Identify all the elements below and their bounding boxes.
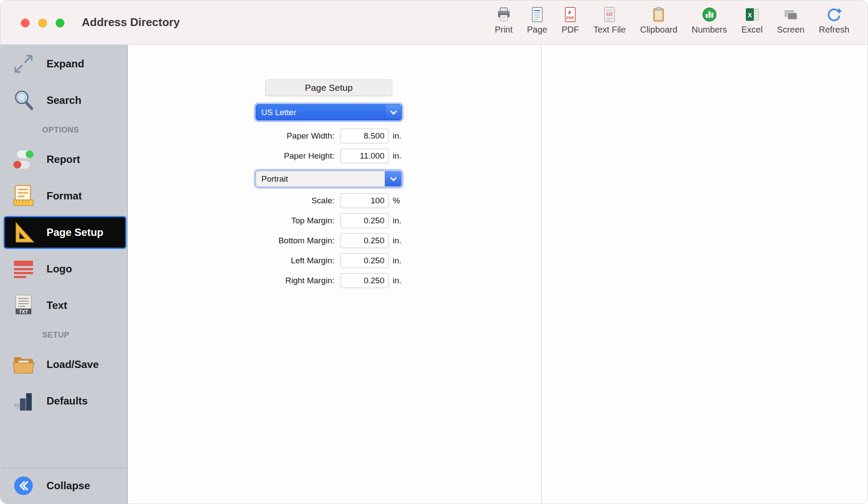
svg-text:TXT: TXT bbox=[606, 13, 613, 17]
scale-input[interactable] bbox=[341, 193, 389, 208]
clipboard-button[interactable]: Clipboard bbox=[640, 7, 678, 35]
window-title: Address Directory bbox=[82, 16, 180, 29]
left-margin-input[interactable] bbox=[341, 253, 389, 268]
numbers-icon bbox=[701, 7, 718, 23]
page-icon bbox=[529, 7, 545, 23]
format-icon bbox=[8, 184, 39, 208]
numbers-button[interactable]: Numbers bbox=[692, 7, 727, 35]
txt-file-icon: TXT bbox=[8, 293, 39, 318]
toolbar: Print Page bbox=[495, 7, 868, 39]
sidebar-item-label: Format bbox=[47, 190, 82, 202]
sidebar: Expand Search OPTIONS bbox=[0, 45, 128, 504]
app-window: Address Directory Print bbox=[0, 0, 868, 504]
traffic-lights bbox=[0, 19, 64, 27]
toggles-icon bbox=[8, 147, 39, 172]
bottom-margin-input[interactable] bbox=[341, 233, 389, 248]
top-margin-row: Top Margin: in. bbox=[256, 213, 447, 228]
sidebar-item-expand[interactable]: Expand bbox=[0, 46, 127, 82]
bottom-margin-label: Bottom Margin: bbox=[256, 236, 334, 245]
text-file-icon: TXT bbox=[601, 7, 618, 23]
paper-height-row: Paper Height: in. bbox=[256, 149, 447, 163]
sidebar-item-defaults[interactable]: Defaults bbox=[0, 383, 127, 419]
screen-icon bbox=[783, 7, 799, 23]
minimize-button[interactable] bbox=[38, 19, 47, 27]
folder-icon bbox=[8, 352, 39, 377]
sidebar-item-logo[interactable]: Logo bbox=[0, 251, 127, 287]
scale-label: Scale: bbox=[256, 196, 334, 206]
toolbar-label: Text File bbox=[593, 25, 625, 35]
clipboard-icon bbox=[651, 7, 667, 23]
titlebar: Address Directory Print bbox=[0, 0, 868, 45]
page-setup-header-button[interactable]: Page Setup bbox=[265, 80, 392, 96]
content-area: Expand Search OPTIONS bbox=[0, 45, 868, 504]
page-button[interactable]: Page bbox=[527, 7, 548, 35]
refresh-icon bbox=[826, 7, 842, 23]
toolbar-label: Page bbox=[527, 25, 548, 35]
expand-icon bbox=[8, 52, 39, 76]
chevron-down-icon[interactable] bbox=[385, 105, 401, 120]
vertical-divider bbox=[541, 45, 541, 504]
sidebar-item-page-setup[interactable]: Page Setup bbox=[3, 216, 127, 249]
svg-text:TXT: TXT bbox=[19, 309, 28, 314]
paper-width-label: Paper Width: bbox=[256, 131, 334, 141]
orientation-value: Portrait bbox=[256, 174, 385, 184]
paper-width-unit: in. bbox=[393, 131, 401, 141]
main-panel: Page Setup US Letter Paper Width: in. bbox=[128, 45, 868, 504]
sidebar-section-setup: SETUP bbox=[0, 324, 127, 346]
text-file-button[interactable]: TXT Text File bbox=[593, 7, 625, 35]
right-margin-row: Right Margin: in. bbox=[256, 273, 447, 288]
sidebar-item-page-setup-slot: Page Setup bbox=[0, 214, 127, 251]
excel-button[interactable]: X Excel bbox=[741, 7, 763, 35]
chevron-down-icon[interactable] bbox=[385, 171, 401, 186]
sidebar-section-options: OPTIONS bbox=[0, 119, 127, 141]
orientation-select[interactable]: Portrait bbox=[256, 171, 402, 187]
sidebar-item-collapse[interactable]: Collapse bbox=[0, 468, 127, 504]
toolbar-label: Clipboard bbox=[640, 25, 678, 35]
sidebar-item-label: Expand bbox=[47, 58, 84, 70]
sidebar-item-label: Logo bbox=[47, 263, 72, 275]
pdf-icon: PDF bbox=[562, 7, 578, 23]
print-button[interactable]: Print bbox=[495, 7, 513, 35]
pdf-button[interactable]: PDF PDF bbox=[561, 7, 579, 35]
sidebar-item-search[interactable]: Search bbox=[0, 82, 127, 119]
search-icon bbox=[8, 88, 39, 113]
paper-height-unit: in. bbox=[393, 151, 401, 161]
paper-width-row: Paper Width: in. bbox=[256, 129, 447, 143]
zoom-button[interactable] bbox=[56, 19, 64, 27]
toolbar-label: PDF bbox=[561, 25, 579, 35]
toolbar-label: Screen bbox=[777, 25, 805, 35]
paper-height-input[interactable] bbox=[341, 149, 389, 163]
bar-chart-icon bbox=[8, 389, 39, 413]
sidebar-item-label: Load/Save bbox=[47, 358, 99, 371]
scale-unit: % bbox=[393, 196, 400, 206]
sidebar-item-format[interactable]: Format bbox=[0, 178, 127, 214]
right-margin-input[interactable] bbox=[341, 273, 389, 288]
collapse-icon bbox=[8, 475, 39, 497]
toolbar-label: Print bbox=[495, 25, 513, 35]
paper-size-select[interactable]: US Letter bbox=[256, 104, 402, 120]
sidebar-item-label: Collapse bbox=[47, 480, 90, 492]
refresh-button[interactable]: Refresh bbox=[819, 7, 849, 35]
sidebar-item-label: Page Setup bbox=[47, 226, 103, 239]
left-margin-row: Left Margin: in. bbox=[256, 253, 447, 268]
printer-icon bbox=[496, 7, 512, 23]
toolbar-label: Refresh bbox=[819, 25, 849, 35]
right-margin-unit: in. bbox=[393, 276, 401, 285]
close-button[interactable] bbox=[21, 19, 30, 27]
set-square-icon bbox=[8, 220, 39, 245]
right-margin-label: Right Margin: bbox=[256, 276, 334, 285]
sidebar-item-report[interactable]: Report bbox=[0, 141, 127, 178]
left-margin-unit: in. bbox=[393, 256, 401, 265]
logo-stripes-icon bbox=[8, 257, 39, 281]
top-margin-input[interactable] bbox=[341, 213, 389, 228]
sidebar-item-load-save[interactable]: Load/Save bbox=[0, 346, 127, 383]
bottom-margin-unit: in. bbox=[393, 236, 401, 245]
left-margin-label: Left Margin: bbox=[256, 256, 334, 265]
sidebar-item-text[interactable]: TXT Text bbox=[0, 287, 127, 324]
screen-button[interactable]: Screen bbox=[777, 7, 805, 35]
paper-width-input[interactable] bbox=[341, 129, 389, 143]
paper-height-label: Paper Height: bbox=[256, 151, 334, 161]
top-margin-unit: in. bbox=[393, 216, 401, 225]
sidebar-item-label: Text bbox=[47, 299, 67, 312]
svg-text:PDF: PDF bbox=[566, 15, 574, 20]
